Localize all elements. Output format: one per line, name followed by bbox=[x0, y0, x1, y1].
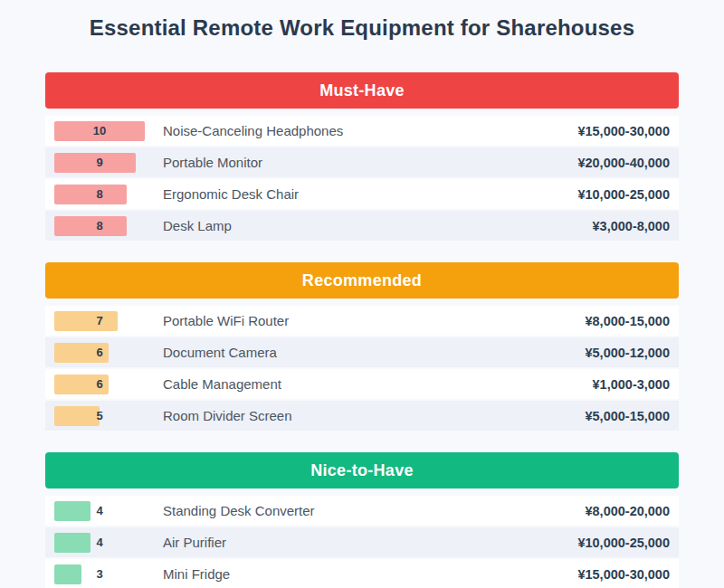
score-value: 9 bbox=[54, 153, 145, 173]
item-price-range: ¥20,000-40,000 bbox=[577, 156, 670, 170]
category-section: Recommended 7 Portable WiFi Router ¥8,00… bbox=[45, 262, 679, 431]
score-bar-cell: 9 bbox=[54, 153, 145, 173]
item-name: Noise-Canceling Headphones bbox=[163, 123, 343, 138]
score-bar-cell: 10 bbox=[54, 121, 145, 141]
item-name: Document Camera bbox=[163, 345, 277, 360]
equipment-row: 5 Room Divider Screen ¥5,000-15,000 bbox=[45, 401, 679, 431]
item-name: Desk Lamp bbox=[163, 218, 232, 233]
item-price-range: ¥5,000-15,000 bbox=[585, 409, 670, 423]
score-value: 5 bbox=[54, 406, 145, 426]
equipment-categories: Must-Have 10 Noise-Canceling Headphones … bbox=[0, 72, 724, 588]
item-price-range: ¥1,000-3,000 bbox=[593, 377, 670, 392]
item-price-range: ¥15,000-30,000 bbox=[577, 124, 670, 138]
category-header: Recommended bbox=[45, 262, 679, 299]
item-price-range: ¥10,000-25,000 bbox=[577, 187, 670, 202]
score-bar-cell: 5 bbox=[54, 406, 145, 426]
item-name: Ergonomic Desk Chair bbox=[163, 186, 299, 202]
score-value: 6 bbox=[54, 343, 145, 363]
item-price-range: ¥3,000-8,000 bbox=[593, 219, 670, 233]
score-value: 4 bbox=[54, 501, 145, 521]
equipment-row: 3 Mini Fridge ¥15,000-30,000 bbox=[45, 559, 679, 588]
category-header: Must-Have bbox=[45, 72, 679, 109]
category-section: Must-Have 10 Noise-Canceling Headphones … bbox=[45, 72, 679, 241]
category-rows: 10 Noise-Canceling Headphones ¥15,000-30… bbox=[45, 116, 679, 241]
category-rows: 4 Standing Desk Converter ¥8,000-20,000 … bbox=[45, 496, 679, 588]
score-value: 10 bbox=[54, 121, 145, 141]
category-title: Nice-to-Have bbox=[310, 461, 414, 480]
item-price-range: ¥8,000-15,000 bbox=[585, 314, 670, 328]
equipment-row: 10 Noise-Canceling Headphones ¥15,000-30… bbox=[45, 116, 679, 146]
equipment-row: 8 Desk Lamp ¥3,000-8,000 bbox=[45, 211, 679, 241]
score-bar-cell: 3 bbox=[54, 564, 145, 584]
score-bar-cell: 4 bbox=[54, 501, 145, 521]
category-title: Recommended bbox=[302, 271, 422, 290]
page-title: Essential Remote Work Equipment for Shar… bbox=[0, 0, 724, 42]
item-price-range: ¥10,000-25,000 bbox=[577, 536, 670, 550]
score-bar-cell: 7 bbox=[54, 311, 145, 331]
score-bar-cell: 8 bbox=[54, 216, 145, 236]
score-bar-cell: 6 bbox=[54, 343, 145, 363]
category-rows: 7 Portable WiFi Router ¥8,000-15,000 6 D… bbox=[45, 306, 679, 431]
equipment-row: 7 Portable WiFi Router ¥8,000-15,000 bbox=[45, 306, 679, 336]
item-name: Portable WiFi Router bbox=[163, 313, 289, 328]
equipment-row: 4 Standing Desk Converter ¥8,000-20,000 bbox=[45, 496, 679, 526]
score-value: 6 bbox=[54, 375, 145, 394]
equipment-row: 6 Cable Management ¥1,000-3,000 bbox=[45, 369, 679, 399]
score-bar-cell: 8 bbox=[54, 185, 145, 204]
category-title: Must-Have bbox=[319, 81, 405, 100]
item-price-range: ¥8,000-20,000 bbox=[585, 504, 670, 518]
item-name: Room Divider Screen bbox=[163, 408, 292, 423]
score-value: 7 bbox=[54, 311, 145, 331]
equipment-row: 9 Portable Monitor ¥20,000-40,000 bbox=[45, 147, 679, 177]
item-name: Portable Monitor bbox=[163, 155, 262, 170]
item-price-range: ¥5,000-12,000 bbox=[585, 346, 670, 360]
equipment-row: 4 Air Purifier ¥10,000-25,000 bbox=[45, 527, 679, 557]
item-name: Air Purifier bbox=[163, 535, 226, 550]
score-bar-cell: 4 bbox=[54, 533, 145, 553]
equipment-row: 8 Ergonomic Desk Chair ¥10,000-25,000 bbox=[45, 179, 679, 209]
item-name: Cable Management bbox=[163, 376, 281, 392]
item-name: Standing Desk Converter bbox=[163, 503, 315, 518]
score-value: 8 bbox=[54, 216, 145, 236]
score-bar-cell: 6 bbox=[54, 375, 145, 394]
item-name: Mini Fridge bbox=[163, 566, 230, 582]
score-value: 8 bbox=[54, 185, 145, 204]
category-section: Nice-to-Have 4 Standing Desk Converter ¥… bbox=[45, 452, 679, 588]
item-price-range: ¥15,000-30,000 bbox=[577, 567, 670, 582]
score-value: 3 bbox=[54, 564, 145, 584]
score-value: 4 bbox=[54, 533, 145, 553]
equipment-row: 6 Document Camera ¥5,000-12,000 bbox=[45, 337, 679, 367]
category-header: Nice-to-Have bbox=[45, 452, 679, 488]
